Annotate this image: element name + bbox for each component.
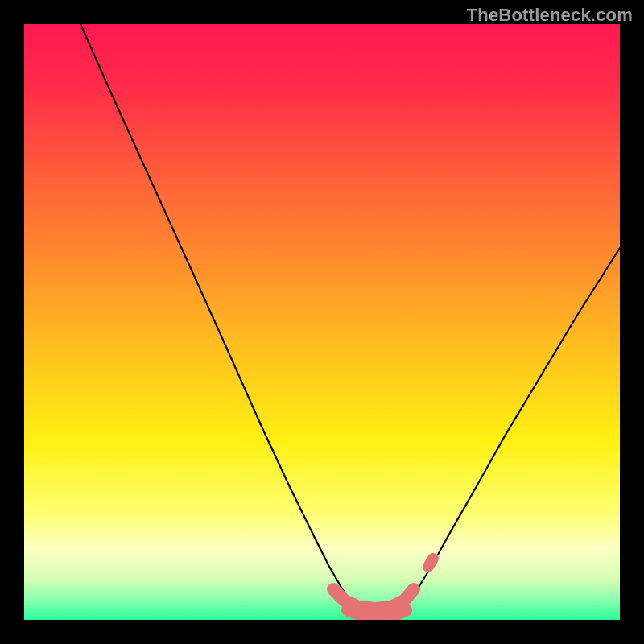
series-right-blob (428, 559, 433, 567)
plot-area (24, 24, 620, 620)
gradient-background (24, 24, 620, 620)
watermark-text: TheBottleneck.com (467, 5, 633, 26)
chart-frame: TheBottleneck.com (0, 0, 644, 644)
series-trough-outline-bottom (348, 610, 406, 617)
chart-svg (24, 24, 620, 620)
